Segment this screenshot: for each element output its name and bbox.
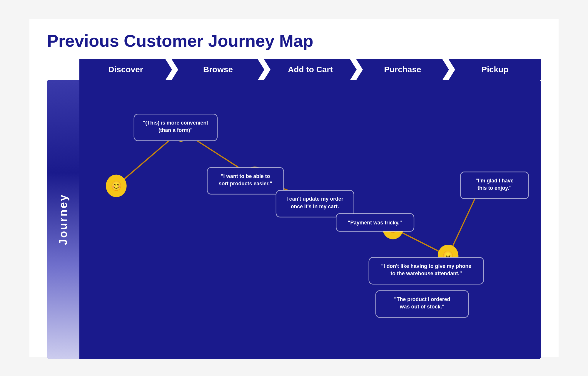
stage-addtocart: Add to Cart [264, 59, 357, 80]
page-container: Previous Customer Journey Map Discover B… [29, 19, 559, 357]
chart-area: Journey 😊 😄 😐 [47, 80, 541, 359]
stage-discover: Discover [79, 59, 172, 80]
emotion-face-p1: 😊 [111, 180, 122, 192]
stages-row: Discover Browse Add to Cart Purchase Pic… [79, 59, 541, 80]
bubble-text-7a: "The product I ordered [394, 296, 450, 302]
journey-label-text: Journey [57, 194, 70, 245]
bubble-text-6b: to the warehouse attendant." [390, 270, 462, 276]
journey-line-svg: 😊 😄 😐 😟 😟 😠 [79, 80, 541, 359]
bubble-text-4: "Payment was tricky." [348, 219, 402, 226]
bubble-text-2a: "I want to be able to [221, 173, 270, 179]
bubble-text-7b: was out of stock." [400, 303, 444, 310]
stage-purchase: Purchase [356, 59, 449, 80]
bubble-text-5b: this to enjoy." [477, 184, 512, 191]
bubble-text-2b: sort products easier." [219, 180, 272, 187]
bubble-text-6a: "I don't like having to give my phone [381, 263, 471, 269]
bubble-text-1a: "(This) is more convenient [143, 119, 208, 126]
journey-wrapper: Discover Browse Add to Cart Purchase Pic… [47, 59, 541, 359]
chart-svg-container: 😊 😄 😐 😟 😟 😠 [79, 80, 541, 359]
page-title: Previous Customer Journey Map [47, 31, 541, 51]
bubble-text-3a: I can't update my order [286, 196, 343, 202]
bubble-text-1b: (than a form)" [158, 127, 193, 133]
bubble-text-5a: "I'm glad I have [475, 177, 513, 184]
stage-browse: Browse [172, 59, 264, 80]
journey-label: Journey [47, 80, 79, 359]
bubble-text-3b: once it's in my cart. [291, 203, 339, 209]
stage-pickup: Pickup [449, 59, 541, 80]
